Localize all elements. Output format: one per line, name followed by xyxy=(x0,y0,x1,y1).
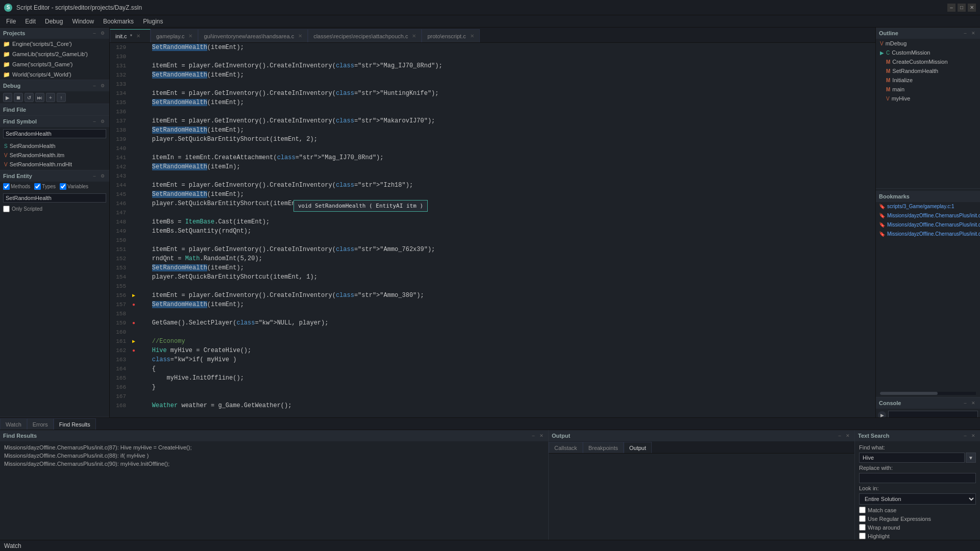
text-search-settings-btn[interactable]: ✕ xyxy=(970,432,977,439)
bookmark-item-3[interactable]: 🔖 Missions/dayzOffline.ChernarusPlus/ini… xyxy=(876,230,980,239)
code-editor[interactable]: 129 SetRandomHealth(itemEnt);130131 item… xyxy=(110,43,875,417)
output-minimize-btn[interactable]: – xyxy=(836,432,843,439)
code-line: 144 itemEnt = player.GetInventory().Crea… xyxy=(110,181,875,190)
right-panel-scrollbar[interactable] xyxy=(880,392,976,395)
outline-item-custommission[interactable]: ▶ C CustomMission xyxy=(876,48,980,57)
wrap-around-checkbox[interactable] xyxy=(859,524,866,531)
check-variables-input[interactable] xyxy=(60,183,66,190)
tab-close-gameplay[interactable]: ✕ xyxy=(188,33,192,39)
menu-window[interactable]: Window xyxy=(68,17,98,26)
tree-item-game[interactable]: 📁 Game('scripts/3_Game') xyxy=(0,59,109,69)
find-entity-input[interactable] xyxy=(3,193,106,203)
find-what-dropdown[interactable]: ▼ xyxy=(966,453,976,463)
highlight-checkbox[interactable] xyxy=(859,533,866,539)
console-run-btn[interactable]: ▶ xyxy=(878,411,886,417)
tab-close-enscript[interactable]: ✕ xyxy=(470,33,474,39)
menu-file[interactable]: File xyxy=(2,17,20,26)
check-types-input[interactable] xyxy=(34,183,41,190)
debug-stop-btn[interactable]: ⏹ xyxy=(14,93,23,102)
output-settings-btn[interactable]: ✕ xyxy=(844,432,851,439)
outline-item-mdebug[interactable]: V mDebug xyxy=(876,39,980,48)
find-results-settings-btn[interactable]: ✕ xyxy=(538,432,545,439)
find-what-input[interactable] xyxy=(859,453,965,463)
debug-step-btn[interactable]: ⏭ xyxy=(35,93,44,102)
tree-item-gamelib[interactable]: 📁 GameLib('scripts/2_GameLib') xyxy=(0,49,109,59)
outline-minimize-btn[interactable]: – xyxy=(962,30,969,37)
outline-item-setrandomhealth[interactable]: M SetRandomHealth xyxy=(876,66,980,76)
bookmark-item-1[interactable]: 🔖 Missions/dayzOffline.ChernarusPlus/ini… xyxy=(876,211,980,220)
line-number: 133 xyxy=(110,81,130,87)
outline-item-createcustommission[interactable]: M CreateCustomMission xyxy=(876,57,980,66)
debug-minimize-btn[interactable]: – xyxy=(91,82,98,89)
outline-item-main[interactable]: M main xyxy=(876,85,980,94)
find-symbol-settings-btn[interactable]: ⚙ xyxy=(99,118,106,125)
output-tab-output[interactable]: Output xyxy=(624,442,652,453)
result-item-2[interactable]: Missions/dayzOffline.ChernarusPlus/init.… xyxy=(4,460,544,468)
result-item-1[interactable]: Missions/dayzOffline.ChernarusPlus/init.… xyxy=(4,452,544,460)
outline-item-myhive[interactable]: V myHive xyxy=(876,94,980,103)
check-methods[interactable]: Methods xyxy=(3,183,30,190)
only-scripted-checkbox[interactable] xyxy=(3,206,10,212)
bookmark-item-2[interactable]: 🔖 Missions/dayzOffline.ChernarusPlus/ini… xyxy=(876,220,980,230)
tab-attachpouch[interactable]: classes\recipes\recipes\attachpouch.c ✕ xyxy=(308,29,422,42)
console-settings-btn[interactable]: ✕ xyxy=(970,399,977,407)
bottom-tab-find-results[interactable]: Find Results xyxy=(54,418,96,430)
match-case-label[interactable]: Match case xyxy=(859,507,896,513)
console-minimize-btn[interactable]: – xyxy=(962,399,969,407)
menu-bookmarks[interactable]: Bookmarks xyxy=(99,17,138,26)
find-results-minimize-btn[interactable]: – xyxy=(530,432,537,439)
wrap-around-label[interactable]: Wrap around xyxy=(859,524,900,531)
result-item-0[interactable]: Missions/dayzOffline.ChernarusPlus/init.… xyxy=(4,443,544,452)
tab-handsarea[interactable]: gui\inventorynew\areas\handsarea.c ✕ xyxy=(198,29,308,42)
tree-item-world[interactable]: 📁 World('scripts/4_World') xyxy=(0,69,109,80)
console-input[interactable] xyxy=(888,411,978,417)
tab-gameplay[interactable]: gameplay.c ✕ xyxy=(151,29,198,42)
close-button[interactable]: ✕ xyxy=(968,4,976,12)
outline-item-initialize[interactable]: M Initialize xyxy=(876,76,980,85)
line-number: 140 xyxy=(110,145,130,152)
find-symbol-item-0[interactable]: S SetRandomHealth xyxy=(0,141,109,151)
output-tab-breakpoints[interactable]: Breakpoints xyxy=(583,442,624,453)
find-symbol-item-1[interactable]: V SetRandomHealth.itm xyxy=(0,151,109,160)
projects-minimize-btn[interactable]: – xyxy=(91,30,98,37)
bookmark-item-0[interactable]: 🔖 scripts/3_Game/gameplay.c:1 xyxy=(876,202,980,211)
outline-settings-btn[interactable]: ✕ xyxy=(970,30,977,37)
debug-settings-btn[interactable]: ⚙ xyxy=(99,82,106,89)
replace-with-input[interactable] xyxy=(859,473,976,483)
check-variables[interactable]: Variables xyxy=(60,183,88,190)
debug-up-btn[interactable]: ↑ xyxy=(57,93,66,102)
tab-init[interactable]: init.c * ✕ xyxy=(110,29,151,42)
check-types[interactable]: Types xyxy=(34,183,56,190)
find-entity-settings-btn[interactable]: ⚙ xyxy=(99,172,106,180)
use-regex-label[interactable]: Use Regular Expressions xyxy=(859,515,931,522)
debug-play-btn[interactable]: ▶ xyxy=(3,93,12,102)
find-entity-minimize-btn[interactable]: – xyxy=(91,172,98,180)
folder-icon: 📁 xyxy=(3,51,10,58)
tab-close-attachpouch[interactable]: ✕ xyxy=(412,33,416,39)
debug-restart-btn[interactable]: ↺ xyxy=(24,93,34,102)
use-regex-checkbox[interactable] xyxy=(859,515,866,522)
maximize-button[interactable]: □ xyxy=(958,4,966,12)
highlight-label[interactable]: Highlight xyxy=(859,533,890,539)
find-symbol-minimize-btn[interactable]: – xyxy=(91,118,98,125)
text-search-minimize-btn[interactable]: – xyxy=(962,432,969,439)
find-symbol-input[interactable] xyxy=(3,129,106,138)
tab-close-init[interactable]: ✕ xyxy=(136,33,140,39)
match-case-checkbox[interactable] xyxy=(859,507,866,513)
check-methods-input[interactable] xyxy=(3,183,10,190)
find-symbol-item-2[interactable]: V SetRandomHealth.rndHlt xyxy=(0,160,109,169)
menu-plugins[interactable]: Plugins xyxy=(139,17,167,26)
tree-item-engine[interactable]: 📁 Engine('scripts/1_Core') xyxy=(0,39,109,49)
bottom-tab-watch[interactable]: Watch xyxy=(0,418,27,430)
code-line: 142 SetRandomHealth(itemIn); xyxy=(110,162,875,171)
output-tab-callstack[interactable]: Callstack xyxy=(549,442,583,453)
projects-settings-btn[interactable]: ⚙ xyxy=(99,30,106,37)
menu-edit[interactable]: Edit xyxy=(21,17,40,26)
menu-debug[interactable]: Debug xyxy=(41,17,67,26)
tab-close-handsarea[interactable]: ✕ xyxy=(298,33,302,39)
minimize-button[interactable]: – xyxy=(947,4,955,12)
look-in-select[interactable]: Entire Solution xyxy=(859,493,976,505)
debug-add-btn[interactable]: + xyxy=(46,93,55,102)
tab-enscript[interactable]: proto\enscript.c ✕ xyxy=(422,29,479,42)
bottom-tab-errors[interactable]: Errors xyxy=(27,418,54,430)
